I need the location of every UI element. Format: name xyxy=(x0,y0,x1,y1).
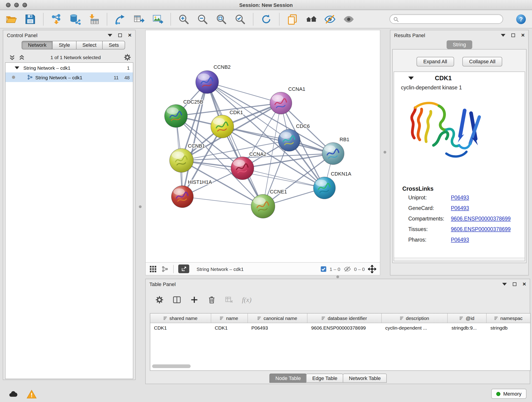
zoom-window-button[interactable] xyxy=(22,3,27,7)
collapse-all-icon[interactable] xyxy=(9,54,16,61)
pharos-link[interactable]: P06493 xyxy=(451,237,469,242)
column-header-shared-name[interactable]: shared name xyxy=(150,313,211,323)
panel-menu-icon[interactable] xyxy=(501,34,506,37)
cell-namespace[interactable]: stringdb xyxy=(487,323,530,332)
detach-view-button[interactable] xyxy=(178,264,189,273)
tab-style[interactable]: Style xyxy=(52,41,76,50)
cell-id[interactable]: stringdb:9... xyxy=(448,323,487,332)
tab-node-table[interactable]: Node Table xyxy=(269,374,307,383)
tab-network[interactable]: Network xyxy=(22,41,53,50)
import-table-icon[interactable] xyxy=(88,13,100,25)
horizontal-splitter-handle[interactable] xyxy=(336,275,339,278)
network-overview-icon[interactable] xyxy=(161,265,169,273)
network-canvas[interactable]: CCNB2CCNA1CDC25BCDK1CDC6RB1CCNB1CCNA2CDK… xyxy=(146,30,380,262)
tab-sets[interactable]: Sets xyxy=(102,41,125,50)
expander-icon[interactable] xyxy=(15,66,19,69)
warning-icon[interactable] xyxy=(27,389,37,399)
table-row[interactable]: CDK1 CDK1 P06493 9606.ENSP00000378699 cy… xyxy=(150,323,530,332)
cell-canonical-name[interactable]: P06493 xyxy=(248,323,307,332)
tab-string[interactable]: String xyxy=(446,40,472,49)
network-node-CDK1[interactable]: CDK1 xyxy=(211,109,243,138)
network-node-RB1[interactable]: RB1 xyxy=(322,137,349,165)
table-horizontal-scrollbar[interactable] xyxy=(152,364,191,368)
export-image-icon[interactable] xyxy=(152,13,164,25)
help-icon[interactable]: ? xyxy=(515,13,526,25)
zoom-out-icon[interactable] xyxy=(196,13,209,25)
column-header-namespace[interactable]: namespac xyxy=(487,313,530,323)
tab-edge-table[interactable]: Edge Table xyxy=(306,374,343,383)
zoom-fit-icon[interactable] xyxy=(215,13,227,25)
refresh-icon[interactable] xyxy=(260,13,272,25)
expand-all-icon[interactable] xyxy=(18,54,25,61)
tissues-link[interactable]: 9606.ENSP00000378699 xyxy=(451,226,511,232)
node-label-HIST1H1A: HIST1H1A xyxy=(188,179,212,185)
network-node-CDKN1A[interactable]: CDKN1A xyxy=(313,171,351,199)
home-icon[interactable] xyxy=(305,13,317,25)
column-header-description[interactable]: description xyxy=(382,313,448,323)
gene-header[interactable]: CDK1 xyxy=(394,72,525,84)
network-node-CCNA1[interactable]: CCNA1 xyxy=(270,86,305,114)
cell-description[interactable]: cyclin-dependent ... xyxy=(382,323,448,332)
selected-checkbox-icon[interactable] xyxy=(321,266,326,272)
expand-all-button[interactable]: Expand All xyxy=(417,57,454,66)
delete-column-icon[interactable] xyxy=(207,295,216,304)
eye-slash-icon[interactable] xyxy=(324,13,336,25)
panel-close-icon[interactable]: × xyxy=(523,282,526,287)
uniprot-link[interactable]: P06493 xyxy=(451,195,469,200)
panel-float-icon[interactable] xyxy=(513,282,517,286)
genecard-link[interactable]: P06493 xyxy=(451,205,469,211)
hidden-eye-slash-icon[interactable] xyxy=(343,265,351,273)
cell-database-identifier[interactable]: 9606.ENSP00000378699 xyxy=(307,323,381,332)
edge-count: 48 xyxy=(124,75,130,80)
zoom-selected-icon[interactable] xyxy=(234,13,246,25)
gear-icon[interactable] xyxy=(123,53,132,61)
horizontal-scrollbar[interactable] xyxy=(394,258,525,261)
column-header-name[interactable]: name xyxy=(211,313,248,323)
panel-close-icon[interactable]: × xyxy=(128,33,132,38)
column-header-id[interactable]: @id xyxy=(448,313,487,323)
show-columns-icon[interactable] xyxy=(172,295,181,304)
open-session-icon[interactable] xyxy=(6,13,17,25)
left-splitter-handle[interactable] xyxy=(139,205,142,208)
save-session-icon[interactable] xyxy=(24,13,36,25)
minimize-window-button[interactable] xyxy=(14,3,19,7)
documents-icon[interactable] xyxy=(286,13,298,25)
cloud-icon[interactable] xyxy=(8,389,18,399)
zoom-in-icon[interactable] xyxy=(178,13,190,25)
pan-crosshair-icon[interactable] xyxy=(368,265,376,273)
search-input[interactable] xyxy=(401,15,499,23)
add-column-icon[interactable] xyxy=(190,295,199,304)
network-node-HIST1H1A[interactable]: HIST1H1A xyxy=(171,179,212,208)
network-view: CCNB2CCNA1CDC25BCDK1CDC6RB1CCNB1CCNA2CDK… xyxy=(145,30,380,275)
eye-icon[interactable] xyxy=(343,13,355,25)
collapse-all-button[interactable]: Collapse All xyxy=(462,57,502,66)
export-network-icon[interactable] xyxy=(114,13,126,25)
grid-view-icon[interactable] xyxy=(149,265,157,273)
panel-float-icon[interactable] xyxy=(512,33,515,37)
panel-menu-icon[interactable] xyxy=(502,283,507,286)
network-node-CCNB2[interactable]: CCNB2 xyxy=(196,64,231,94)
network-row[interactable]: String Network – cdk1 11 48 xyxy=(6,72,133,82)
cell-shared-name[interactable]: CDK1 xyxy=(150,323,211,332)
panel-close-icon[interactable]: × xyxy=(521,33,525,38)
network-node-CCNB1[interactable]: CCNB1 xyxy=(170,143,205,172)
compartments-link[interactable]: 9606.ENSP00000378699 xyxy=(451,216,511,221)
collapse-gene-icon[interactable] xyxy=(408,76,414,80)
tab-select[interactable]: Select xyxy=(76,41,103,50)
panel-menu-icon[interactable] xyxy=(108,34,113,37)
network-tree: String Network – cdk1 1 String Network –… xyxy=(5,62,133,379)
export-table-icon[interactable] xyxy=(133,13,145,25)
import-network-file-icon[interactable] xyxy=(51,13,62,25)
network-collection-row[interactable]: String Network – cdk1 1 xyxy=(6,63,133,72)
column-header-database-identifier[interactable]: database identifier xyxy=(307,313,381,323)
node-label-RB1: RB1 xyxy=(340,137,349,142)
right-splitter-handle[interactable] xyxy=(384,151,386,153)
memory-button[interactable]: Memory xyxy=(491,389,526,399)
cell-name[interactable]: CDK1 xyxy=(211,323,248,332)
import-network-database-icon[interactable] xyxy=(69,13,81,25)
column-header-canonical-name[interactable]: canonical name xyxy=(248,313,307,323)
panel-float-icon[interactable] xyxy=(119,33,122,37)
close-window-button[interactable] xyxy=(6,3,11,7)
table-settings-gear-icon[interactable] xyxy=(155,295,164,304)
tab-network-table[interactable]: Network Table xyxy=(343,374,387,383)
